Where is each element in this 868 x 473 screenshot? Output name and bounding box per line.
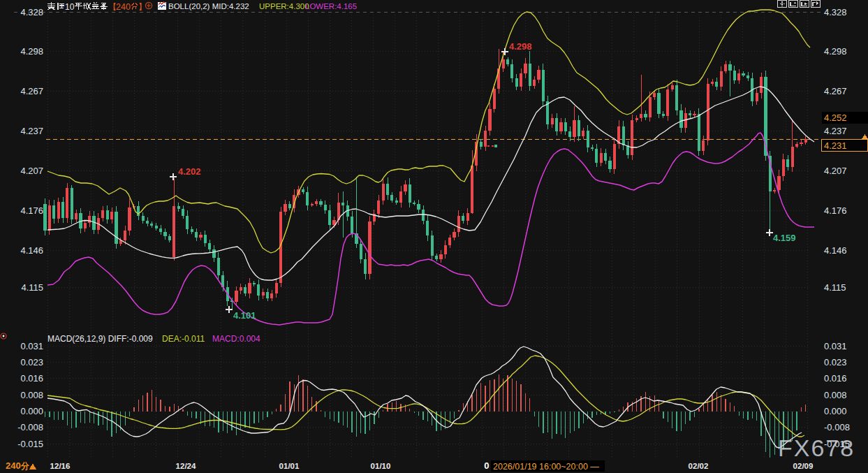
- svg-text:DEA:-0.011: DEA:-0.011: [162, 334, 205, 344]
- svg-text:4.146: 4.146: [20, 245, 43, 256]
- svg-text:0.016: 0.016: [20, 373, 43, 384]
- svg-text:4.207: 4.207: [824, 166, 847, 176]
- svg-text:4.115: 4.115: [824, 282, 846, 293]
- svg-text:4.231: 4.231: [824, 140, 847, 151]
- svg-text:MACD:0.004: MACD:0.004: [212, 334, 260, 344]
- svg-text:0.016: 0.016: [824, 373, 847, 384]
- svg-text:02/02: 02/02: [689, 462, 709, 470]
- svg-text:0.000: 0.000: [20, 406, 43, 416]
- svg-text:10: 10: [65, 2, 75, 12]
- svg-text:4.237: 4.237: [20, 126, 43, 136]
- svg-text:4.298: 4.298: [20, 46, 43, 57]
- svg-text:4.267: 4.267: [824, 86, 847, 96]
- svg-text:4.115: 4.115: [21, 282, 43, 293]
- svg-text:4.267: 4.267: [20, 86, 43, 96]
- svg-text:02/09: 02/09: [793, 462, 814, 470]
- svg-text:FX678: FX678: [778, 435, 855, 461]
- svg-text:4.328: 4.328: [20, 7, 43, 17]
- svg-text:4.252: 4.252: [824, 112, 847, 123]
- svg-text:4.146: 4.146: [824, 245, 847, 256]
- svg-text:4.207: 4.207: [20, 166, 43, 176]
- svg-text:0.008: 0.008: [20, 390, 43, 400]
- svg-text:4.298: 4.298: [824, 46, 847, 57]
- svg-text:12/16: 12/16: [50, 462, 71, 470]
- svg-text:0.031: 0.031: [20, 341, 43, 351]
- svg-text:4.328: 4.328: [824, 7, 847, 17]
- svg-text:MACD(26,12,9) DIFF:-0.009: MACD(26,12,9) DIFF:-0.009: [47, 334, 153, 344]
- svg-text:0.023: 0.023: [20, 357, 43, 368]
- svg-text:0: 0: [484, 460, 489, 471]
- svg-text:LOWER:4.165: LOWER:4.165: [305, 2, 357, 10]
- svg-text:0.031: 0.031: [824, 341, 847, 351]
- svg-text:-0.008: -0.008: [17, 422, 43, 432]
- svg-text:UPPER:4.300: UPPER:4.300: [259, 2, 309, 10]
- svg-text:12/24: 12/24: [176, 462, 196, 470]
- svg-text:0.023: 0.023: [824, 357, 847, 368]
- svg-text:4.176: 4.176: [824, 205, 847, 216]
- svg-text:01/10: 01/10: [371, 462, 391, 470]
- svg-text:4.298: 4.298: [509, 41, 532, 52]
- svg-text:-0.015: -0.015: [17, 439, 43, 449]
- svg-text:2026/01/19 16:00~20:00 —: 2026/01/19 16:00~20:00 —: [493, 462, 599, 472]
- svg-text:4.237: 4.237: [824, 126, 847, 136]
- svg-text:BOLL(20,2) MID:4.232: BOLL(20,2) MID:4.232: [168, 2, 249, 10]
- svg-text:0.008: 0.008: [824, 390, 847, 400]
- svg-text:-0.008: -0.008: [824, 422, 850, 432]
- svg-text:240分: 240分: [6, 460, 30, 471]
- svg-text:01/01: 01/01: [279, 462, 300, 470]
- svg-text:4.159: 4.159: [773, 233, 796, 243]
- svg-text:4.101: 4.101: [233, 310, 256, 321]
- svg-text:4.176: 4.176: [20, 205, 43, 216]
- svg-text:0.000: 0.000: [824, 406, 847, 416]
- svg-text:4.202: 4.202: [178, 166, 201, 177]
- svg-text:240: 240: [116, 2, 131, 12]
